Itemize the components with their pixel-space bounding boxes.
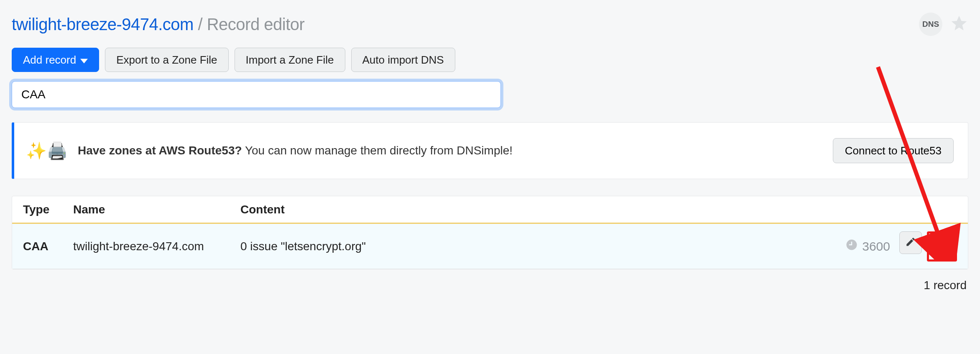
cell-ttl-value: 3600 <box>862 239 890 254</box>
edit-record-button[interactable] <box>899 231 922 254</box>
cell-ttl: 3600 <box>811 239 890 254</box>
breadcrumb: twilight-breeze-9474.com / Record editor <box>12 15 304 34</box>
export-zone-button[interactable]: Export to a Zone File <box>105 48 228 72</box>
pencil-icon <box>905 236 916 249</box>
auto-import-dns-button[interactable]: Auto import DNS <box>351 48 455 72</box>
add-record-button[interactable]: Add record <box>12 48 99 72</box>
dns-chip[interactable]: DNS <box>919 13 942 36</box>
connect-route53-button[interactable]: Connect to Route53 <box>833 138 954 163</box>
header-content: Content <box>240 203 811 216</box>
clock-icon <box>845 239 858 254</box>
records-table: Type Name Content CAA twilight-breeze-94… <box>12 196 968 269</box>
delete-record-button[interactable] <box>931 235 953 258</box>
banner-text: Have zones at AWS Route53? You can now m… <box>78 144 513 157</box>
cell-type: CAA <box>23 240 73 253</box>
table-header-row: Type Name Content <box>12 196 968 224</box>
banner-rest: You can now manage them directly from DN… <box>242 144 513 157</box>
header-name: Name <box>73 203 240 216</box>
delete-highlight <box>927 231 957 262</box>
banner-emoji-icon: ✨🖨️ <box>26 142 68 159</box>
route53-banner: ✨🖨️ Have zones at AWS Route53? You can n… <box>12 122 968 179</box>
table-row[interactable]: CAA twilight-breeze-9474.com 0 issue "le… <box>12 224 968 269</box>
trash-icon <box>937 240 947 252</box>
banner-strong: Have zones at AWS Route53? <box>78 144 242 157</box>
add-record-label: Add record <box>23 54 76 67</box>
import-zone-button[interactable]: Import a Zone File <box>235 48 345 72</box>
record-count: 1 record <box>12 279 968 292</box>
breadcrumb-page: Record editor <box>207 15 305 33</box>
header-type: Type <box>23 203 73 216</box>
record-search-input[interactable] <box>12 81 501 108</box>
cell-name: twilight-breeze-9474.com <box>73 240 240 253</box>
caret-down-icon <box>80 54 88 67</box>
breadcrumb-separator: / <box>194 15 207 33</box>
breadcrumb-domain-link[interactable]: twilight-breeze-9474.com <box>12 15 194 33</box>
cell-content: 0 issue "letsencrypt.org" <box>240 240 811 253</box>
favorite-star-icon[interactable] <box>950 14 968 34</box>
